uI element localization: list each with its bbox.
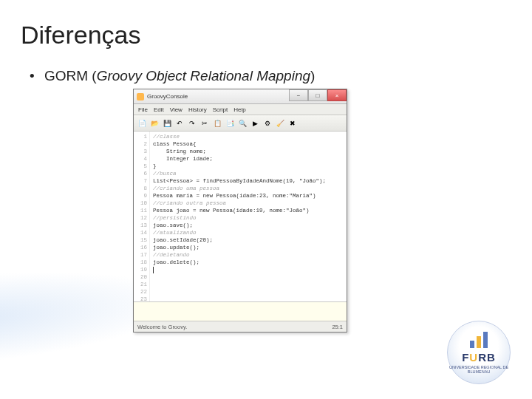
code-editor[interactable]: 1234567891011121314151617181920212223242… bbox=[134, 132, 347, 302]
menu-bar: File Edit View History Script Help bbox=[134, 104, 347, 115]
line-gutter: 1234567891011121314151617181920212223242… bbox=[134, 132, 150, 301]
menu-edit[interactable]: Edit bbox=[154, 106, 164, 113]
window-titlebar[interactable]: GroovyConsole − □ × bbox=[134, 89, 347, 104]
window-controls: − □ × bbox=[289, 89, 347, 101]
paste-icon[interactable]: 📑 bbox=[225, 118, 235, 129]
logo-circle: FURB UNIVERSIDADE REGIONAL DE BLUMENAU bbox=[447, 321, 511, 384]
clear-icon[interactable]: 🧹 bbox=[275, 118, 285, 129]
bullet-dot: • bbox=[30, 68, 35, 83]
minimize-button[interactable]: − bbox=[289, 89, 308, 101]
menu-file[interactable]: File bbox=[138, 106, 148, 113]
menu-view[interactable]: View bbox=[170, 106, 183, 113]
cut-icon[interactable]: ✂ bbox=[200, 118, 210, 129]
bullet-gorm: • GORM (Groovy Object Relational Mapping… bbox=[30, 68, 315, 84]
save-icon[interactable]: 💾 bbox=[162, 118, 172, 129]
logo-name: FURB bbox=[462, 351, 496, 364]
find-icon[interactable]: 🔍 bbox=[237, 118, 248, 129]
bullet-text-suffix: ) bbox=[310, 68, 315, 83]
groovy-console-window: GroovyConsole − □ × File Edit View Histo… bbox=[133, 89, 347, 332]
app-icon bbox=[137, 93, 144, 100]
code-area[interactable]: //classeclass Pessoa{ String nome; Integ… bbox=[150, 132, 347, 301]
config-icon[interactable]: ⚙ bbox=[262, 118, 273, 129]
open-icon[interactable]: 📂 bbox=[149, 118, 160, 129]
bullet-text-italic: Groovy Object Relational Mapping bbox=[97, 68, 310, 83]
toolbar: 📄 📂 💾 ↶ ↷ ✂ 📋 📑 🔍 ▶ ⚙ 🧹 ✖ bbox=[134, 115, 347, 132]
slide-title: Diferenças bbox=[21, 21, 141, 50]
copy-icon[interactable]: 📋 bbox=[212, 118, 222, 129]
status-message: Welcome to Groovy. bbox=[137, 324, 187, 330]
bullet-text-prefix: GORM ( bbox=[44, 68, 97, 83]
menu-history[interactable]: History bbox=[188, 106, 207, 113]
menu-script[interactable]: Script bbox=[213, 106, 228, 113]
new-file-icon[interactable]: 📄 bbox=[137, 118, 147, 129]
menu-help[interactable]: Help bbox=[233, 106, 245, 113]
stop-icon[interactable]: ✖ bbox=[287, 118, 298, 129]
logo-bars-icon bbox=[470, 332, 488, 348]
close-button[interactable]: × bbox=[327, 89, 347, 101]
furb-logo: FURB UNIVERSIDADE REGIONAL DE BLUMENAU bbox=[443, 321, 514, 384]
logo-subtitle: UNIVERSIDADE REGIONAL DE BLUMENAU bbox=[448, 365, 510, 374]
undo-icon[interactable]: ↶ bbox=[174, 118, 185, 129]
redo-icon[interactable]: ↷ bbox=[187, 118, 197, 129]
run-icon[interactable]: ▶ bbox=[250, 118, 260, 129]
maximize-button[interactable]: □ bbox=[308, 89, 327, 101]
output-pane[interactable] bbox=[134, 302, 347, 321]
status-bar: Welcome to Groovy. 25:1 bbox=[134, 321, 347, 332]
cursor-position: 25:1 bbox=[332, 324, 343, 330]
window-title: GroovyConsole bbox=[147, 93, 188, 100]
